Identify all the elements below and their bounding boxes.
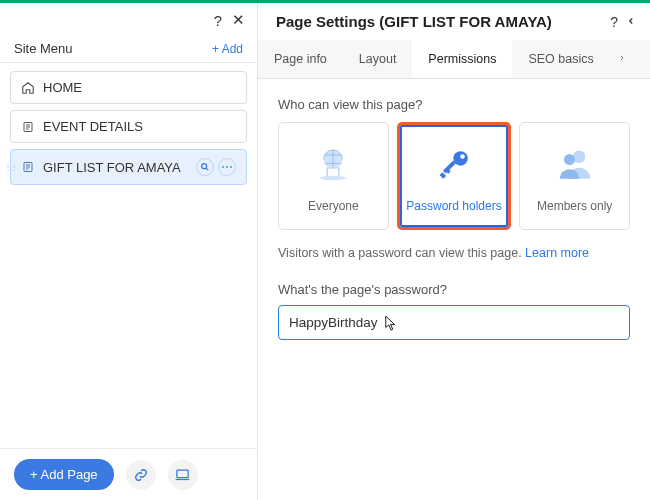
page-search-icon[interactable] [196, 158, 214, 176]
chevron-left-icon[interactable] [626, 14, 636, 30]
page-list: HOME EVENT DETAILS GIFT LIST FOR AMAYA ⋯ [0, 63, 257, 448]
password-field-label: What's the page's password? [278, 282, 630, 297]
page-password-input[interactable] [278, 305, 630, 340]
help-icon[interactable]: ? [214, 12, 222, 29]
perm-card-members[interactable]: Members only [519, 122, 630, 230]
tabs-scroll-right-icon[interactable] [610, 40, 634, 78]
home-icon [21, 81, 35, 95]
page-settings-panel: Page Settings (GIFT LIST FOR AMAYA) ? Pa… [258, 3, 650, 500]
doc-icon [21, 120, 35, 134]
add-page-button[interactable]: + Add Page [14, 459, 114, 490]
tab-layout[interactable]: Layout [343, 40, 413, 78]
perm-card-everyone[interactable]: Everyone [278, 122, 389, 230]
doc-icon [21, 160, 35, 174]
perm-card-label: Password holders [406, 199, 501, 213]
learn-more-link[interactable]: Learn more [525, 246, 589, 260]
settings-tabs: Page info Layout Permissions SEO basics [258, 40, 650, 79]
svg-point-12 [320, 176, 346, 180]
page-item-home[interactable]: HOME [10, 71, 247, 104]
link-tool-button[interactable] [126, 460, 156, 490]
perm-card-label: Everyone [308, 199, 359, 213]
page-item-event-details[interactable]: EVENT DETAILS [10, 110, 247, 143]
help-icon[interactable]: ? [610, 14, 618, 30]
close-icon[interactable]: ✕ [232, 11, 245, 29]
device-preview-button[interactable] [168, 460, 198, 490]
tab-seo-basics[interactable]: SEO basics [512, 40, 609, 78]
add-menu-item-button[interactable]: + Add [212, 42, 243, 56]
globe-icon [310, 137, 356, 193]
svg-point-15 [460, 154, 465, 159]
key-icon [433, 137, 475, 193]
tab-page-info[interactable]: Page info [258, 40, 343, 78]
page-item-label: HOME [43, 80, 82, 95]
page-more-icon[interactable]: ⋯ [218, 158, 236, 176]
svg-line-9 [206, 168, 209, 171]
view-permission-label: Who can view this page? [278, 97, 630, 112]
page-item-label: GIFT LIST FOR AMAYA [43, 160, 181, 175]
site-menu-label: Site Menu [14, 41, 73, 56]
permission-cards: Everyone Password holders Members only [278, 122, 630, 230]
svg-rect-17 [440, 172, 446, 178]
members-icon [553, 137, 597, 193]
svg-rect-10 [177, 470, 188, 478]
page-item-label: EVENT DETAILS [43, 119, 143, 134]
svg-point-20 [564, 154, 575, 165]
perm-card-label: Members only [537, 199, 612, 213]
site-menu-panel: ? ✕ Site Menu + Add HOME EVENT DETAILS [0, 3, 258, 500]
tab-permissions[interactable]: Permissions [412, 40, 512, 78]
svg-point-19 [573, 151, 585, 163]
page-item-gift-list[interactable]: GIFT LIST FOR AMAYA ⋯ [10, 149, 247, 185]
perm-card-password[interactable]: Password holders [397, 122, 512, 230]
permission-helper-text: Visitors with a password can view this p… [278, 246, 630, 260]
page-settings-title: Page Settings (GIFT LIST FOR AMAYA) [276, 13, 602, 30]
